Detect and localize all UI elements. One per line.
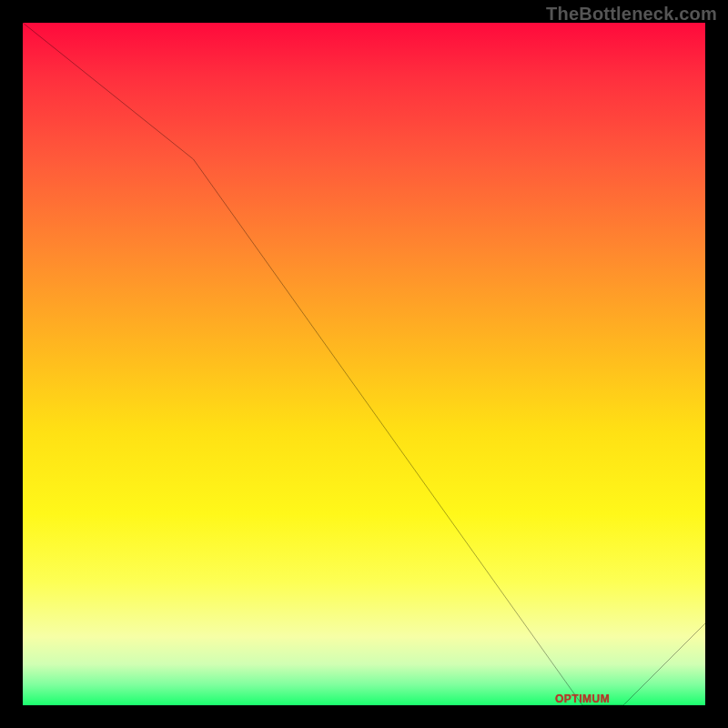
chart-frame: TheBottleneck.com OPTIMUM — [0, 0, 728, 728]
plot-area — [23, 23, 705, 705]
watermark-text: TheBottleneck.com — [546, 4, 717, 25]
